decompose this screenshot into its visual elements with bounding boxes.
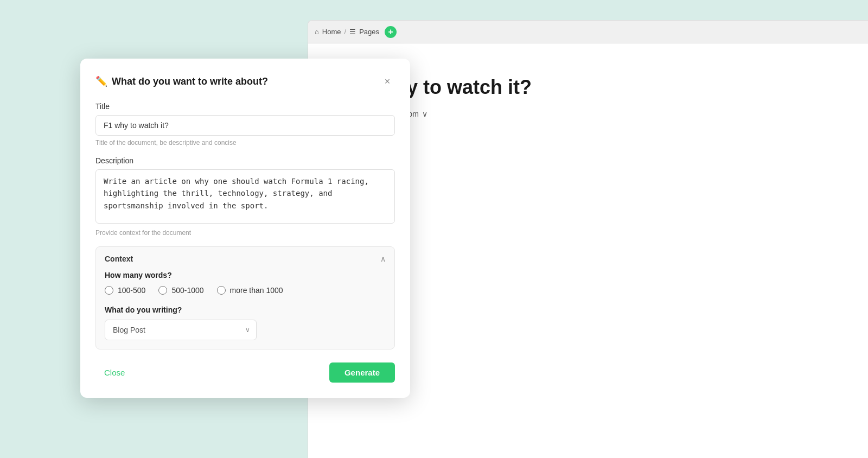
words-question: How many words? [105, 271, 386, 279]
radio-group: 100-500 500-1000 more than 1000 [105, 286, 386, 295]
radio-label-100-500: 100-500 [118, 286, 145, 295]
radio-input-more-than-1000[interactable] [217, 286, 226, 295]
context-section: Context ∧ How many words? 100-500 500-10… [95, 246, 395, 349]
radio-label-more-than-1000: more than 1000 [230, 286, 283, 295]
context-header[interactable]: Context ∧ [96, 247, 394, 271]
context-body: How many words? 100-500 500-1000 more th… [96, 271, 394, 349]
description-field-group: Description Provide context for the docu… [95, 156, 395, 237]
description-hint: Provide context for the document [95, 229, 395, 237]
context-section-title: Context [105, 255, 133, 263]
modal-close-button[interactable]: × [380, 74, 395, 89]
generate-button[interactable]: Generate [329, 362, 395, 383]
modal-dialog: ✏️ What do you want to write about? × Ti… [80, 59, 410, 398]
title-hint: Title of the document, be descriptive an… [95, 139, 395, 147]
close-button[interactable]: Close [95, 364, 133, 381]
title-field-group: Title Title of the document, be descript… [95, 102, 395, 147]
description-field-label: Description [95, 156, 395, 165]
radio-input-500-1000[interactable] [158, 286, 167, 295]
radio-input-100-500[interactable] [105, 286, 113, 295]
context-chevron-up-icon: ∧ [380, 255, 386, 263]
description-textarea[interactable] [95, 169, 395, 224]
modal-footer: Close Generate [95, 362, 395, 383]
modal-title: ✏️ What do you want to write about? [95, 75, 268, 87]
modal-title-text: What do you want to write about? [112, 76, 268, 87]
radio-label-500-1000: 500-1000 [171, 286, 203, 295]
writing-type-select-wrapper: Blog Post Article Essay Report Story ∨ [105, 320, 257, 340]
modal-overlay: ✏️ What do you want to write about? × Ti… [0, 0, 868, 458]
radio-100-500[interactable]: 100-500 [105, 286, 145, 295]
radio-more-than-1000[interactable]: more than 1000 [217, 286, 283, 295]
radio-500-1000[interactable]: 500-1000 [158, 286, 203, 295]
writing-type-select[interactable]: Blog Post Article Essay Report Story [105, 320, 257, 340]
title-input[interactable] [95, 115, 395, 136]
writing-question: What do you writing? [105, 306, 386, 314]
title-field-label: Title [95, 102, 395, 111]
modal-header: ✏️ What do you want to write about? × [95, 74, 395, 89]
title-emoji: ✏️ [95, 75, 107, 87]
